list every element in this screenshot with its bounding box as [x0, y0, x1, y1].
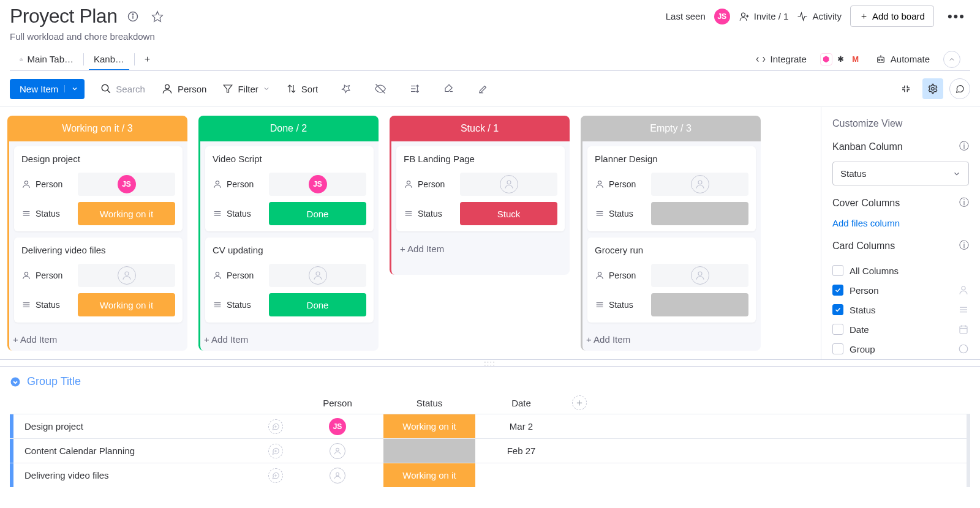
card-column-option[interactable]: Person: [832, 280, 969, 300]
person-field[interactable]: [651, 264, 748, 287]
column-header[interactable]: Working on it / 3: [7, 116, 187, 141]
date-cell[interactable]: Mar 2: [475, 421, 567, 431]
card-column-option[interactable]: Date: [832, 319, 969, 339]
activity-button[interactable]: Activity: [797, 11, 842, 22]
kanban-card[interactable]: CV updating Person StatusDone: [205, 237, 374, 323]
add-item-button[interactable]: + Add Item: [396, 237, 565, 260]
integration-icon[interactable]: ⬢: [820, 53, 832, 65]
checkbox[interactable]: [832, 324, 843, 335]
group-header[interactable]: Group Title: [10, 375, 970, 388]
add-to-board-button[interactable]: ＋Add to board: [850, 6, 934, 27]
hide-icon[interactable]: [372, 80, 389, 97]
empty-avatar-icon[interactable]: [691, 266, 709, 285]
checkbox[interactable]: [832, 285, 843, 296]
edit-icon[interactable]: [475, 80, 492, 97]
row-name[interactable]: Design project: [24, 421, 83, 431]
board-title[interactable]: Proyect Plan: [10, 5, 117, 28]
new-item-button[interactable]: New Item: [10, 79, 85, 99]
status-cell[interactable]: Working on it: [383, 463, 475, 487]
kanban-card[interactable]: Grocery run Person Status: [587, 237, 756, 323]
col-person[interactable]: Person: [292, 398, 383, 408]
table-row[interactable]: Design project JS Working on it Mar 2: [10, 414, 970, 438]
info-icon[interactable]: ⓘ: [959, 196, 969, 209]
add-files-link[interactable]: Add files column: [832, 218, 969, 228]
row-chat-icon[interactable]: [268, 444, 283, 458]
card-column-option[interactable]: Status: [832, 300, 969, 319]
kanban-card[interactable]: Delivering video files Person StatusWork…: [14, 237, 183, 323]
row-name[interactable]: Delivering video files: [24, 470, 109, 480]
date-cell[interactable]: Feb 27: [475, 446, 567, 456]
status-field[interactable]: [651, 293, 748, 316]
card-title[interactable]: Grocery run: [595, 245, 748, 255]
search-input[interactable]: Search: [100, 83, 145, 94]
column-header[interactable]: Empty / 3: [581, 116, 761, 141]
kanban-card[interactable]: Video Script PersonJS StatusDone: [205, 146, 374, 231]
column-header[interactable]: Done / 2: [198, 116, 379, 141]
person-field[interactable]: JS: [269, 173, 366, 196]
avatar[interactable]: JS: [309, 175, 327, 193]
column-header[interactable]: Stuck / 1: [390, 116, 570, 141]
more-menu-icon[interactable]: •••: [943, 6, 970, 27]
info-icon[interactable]: ⓘ: [959, 239, 969, 252]
card-title[interactable]: Planner Design: [595, 154, 748, 164]
integrate-button[interactable]: Integrate: [755, 54, 807, 65]
person-field[interactable]: [78, 264, 175, 287]
color-icon[interactable]: [440, 80, 458, 97]
sort-button[interactable]: Sort: [286, 83, 318, 94]
avatar[interactable]: JS: [118, 175, 136, 193]
person-cell[interactable]: JS: [292, 418, 383, 435]
collapse-icon[interactable]: [943, 51, 960, 68]
col-status[interactable]: Status: [383, 398, 475, 408]
slack-icon[interactable]: ✱: [835, 53, 847, 65]
card-title[interactable]: Design project: [21, 154, 175, 164]
tab-kanban[interactable]: Kanb…: [84, 48, 134, 70]
avatar[interactable]: JS: [714, 9, 730, 24]
row-chat-icon[interactable]: [268, 468, 283, 483]
status-cell[interactable]: Working on it: [383, 414, 475, 438]
person-field[interactable]: [269, 264, 366, 287]
person-filter[interactable]: Person: [161, 83, 207, 95]
status-field[interactable]: Done: [269, 293, 366, 316]
status-field[interactable]: [651, 202, 748, 225]
table-row[interactable]: Delivering video files Working on it: [10, 463, 970, 487]
filter-button[interactable]: Filter: [222, 83, 270, 94]
settings-icon[interactable]: [922, 78, 943, 99]
gmail-icon[interactable]: M: [850, 53, 862, 65]
avatar[interactable]: JS: [329, 418, 346, 435]
col-date[interactable]: Date: [475, 398, 567, 408]
empty-avatar-icon[interactable]: [500, 175, 518, 193]
empty-avatar-icon[interactable]: [330, 468, 345, 484]
card-title[interactable]: FB Landing Page: [404, 154, 557, 164]
collapse-all-icon[interactable]: [895, 78, 916, 99]
row-chat-icon[interactable]: [268, 419, 283, 434]
automate-button[interactable]: Automate: [875, 54, 930, 65]
row-name[interactable]: Content Calendar Planning: [24, 446, 135, 456]
add-tab-button[interactable]: ＋: [135, 48, 159, 70]
status-cell[interactable]: [383, 439, 475, 463]
info-icon[interactable]: [124, 8, 141, 25]
card-title[interactable]: CV updating: [213, 245, 366, 255]
checkbox[interactable]: [832, 343, 843, 354]
person-field[interactable]: [460, 173, 557, 196]
status-field[interactable]: Working on it: [78, 293, 175, 316]
person-field[interactable]: [651, 173, 748, 196]
info-icon[interactable]: ⓘ: [959, 140, 969, 153]
checkbox[interactable]: [832, 304, 843, 315]
person-field[interactable]: JS: [78, 173, 175, 196]
height-icon[interactable]: [406, 80, 423, 97]
checkbox[interactable]: [832, 265, 843, 276]
invite-button[interactable]: Invite / 1: [739, 11, 789, 22]
pin-icon[interactable]: [337, 80, 355, 97]
table-row[interactable]: Content Calendar Planning Feb 27: [10, 438, 970, 463]
kanban-card[interactable]: Design project PersonJS StatusWorking on…: [14, 146, 183, 231]
resize-handle[interactable]: ::::: [0, 359, 980, 367]
card-column-option[interactable]: All Columns: [832, 261, 969, 280]
person-cell[interactable]: [292, 443, 383, 459]
status-field[interactable]: Working on it: [78, 202, 175, 225]
kanban-column-select[interactable]: Status: [832, 162, 969, 185]
card-title[interactable]: Delivering video files: [21, 245, 175, 255]
status-field[interactable]: Done: [269, 202, 366, 225]
empty-avatar-icon[interactable]: [330, 443, 345, 459]
kanban-card[interactable]: FB Landing Page Person StatusStuck: [396, 146, 565, 231]
person-cell[interactable]: [292, 468, 383, 484]
